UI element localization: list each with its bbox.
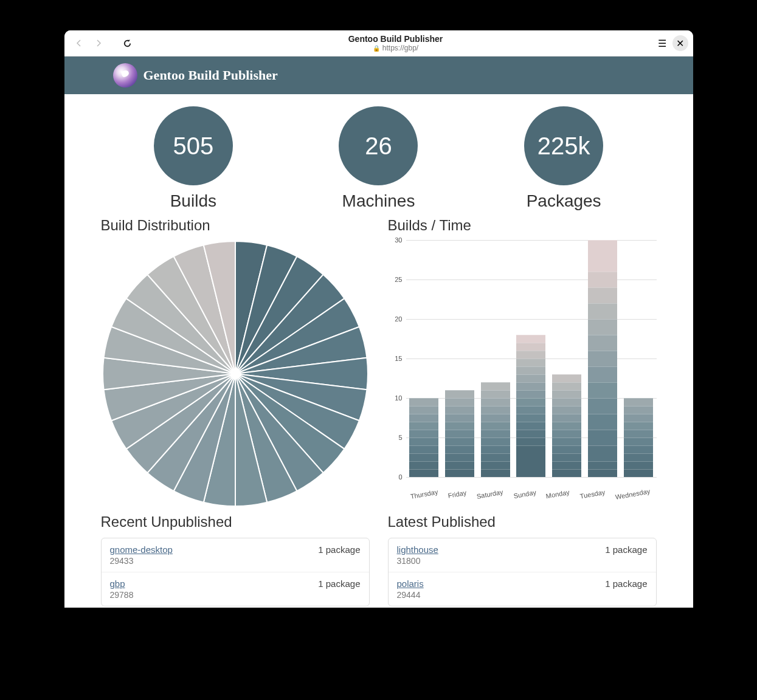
- bar-segment: [552, 422, 581, 430]
- bar-segment: [588, 303, 617, 319]
- bar-segment: [481, 469, 510, 477]
- chart-title: Build Distribution: [101, 217, 370, 234]
- bar-group[interactable]: [552, 374, 581, 477]
- reload-button[interactable]: [120, 36, 135, 50]
- bar-segment: [588, 414, 617, 430]
- bar-segment: [588, 366, 617, 382]
- bar-group[interactable]: [516, 335, 545, 477]
- url-text: https://gbp/: [382, 44, 418, 52]
- bar-segment: [481, 414, 510, 422]
- bar-segment: [588, 287, 617, 303]
- list-item: lighthouse 31800 1 package: [389, 538, 656, 572]
- title-center: Gentoo Build Publisher 🔒 https://gbp/: [137, 34, 654, 52]
- browser-window: Gentoo Build Publisher 🔒 https://gbp/ ☰ …: [64, 30, 693, 608]
- x-label: Monday: [545, 489, 572, 509]
- menu-button[interactable]: ☰: [654, 35, 670, 51]
- item-link[interactable]: lighthouse: [397, 544, 438, 555]
- bar-segment: [445, 461, 474, 469]
- app-title: Gentoo Build Publisher: [143, 67, 278, 83]
- bar-segment: [445, 414, 474, 422]
- forward-button[interactable]: [91, 36, 106, 50]
- bar-segment: [409, 398, 438, 406]
- bar-segment: [588, 398, 617, 414]
- bar-group[interactable]: [624, 398, 653, 477]
- x-label: Wednesday: [615, 487, 652, 510]
- y-tick: 30: [395, 236, 402, 244]
- y-tick: 10: [395, 394, 402, 402]
- panels-row: Recent Unpublished gnome-desktop 29433 1…: [101, 513, 657, 606]
- bar-group[interactable]: [409, 398, 438, 477]
- recent-unpublished-panel: Recent Unpublished gnome-desktop 29433 1…: [101, 513, 370, 606]
- grid-line: [406, 477, 657, 478]
- stat-packages: 225k Packages: [524, 106, 603, 211]
- bar-segment: [516, 366, 545, 374]
- gentoo-logo-icon: [113, 63, 137, 88]
- bar-segment: [516, 343, 545, 351]
- item-link[interactable]: gnome-desktop: [110, 544, 173, 555]
- y-tick: 5: [398, 434, 402, 441]
- url-bar: 🔒 https://gbp/: [137, 44, 654, 52]
- x-label: Saturday: [476, 488, 505, 509]
- item-count: 1 package: [318, 544, 360, 566]
- bar-segment: [481, 461, 510, 469]
- bar-group[interactable]: [588, 240, 617, 477]
- item-count: 1 package: [605, 578, 647, 600]
- close-button[interactable]: ✕: [672, 35, 688, 51]
- bar-segment: [516, 422, 545, 430]
- page-title: Gentoo Build Publisher: [137, 34, 654, 44]
- back-button[interactable]: [72, 36, 86, 50]
- item-count: 1 package: [605, 544, 647, 566]
- stat-machines: 26 Machines: [339, 106, 418, 211]
- item-id: 31800: [397, 556, 438, 566]
- y-tick: 0: [398, 473, 402, 481]
- bar-segment: [445, 437, 474, 445]
- y-tick: 15: [395, 355, 402, 362]
- bar-segment: [481, 398, 510, 406]
- bar-segment: [588, 272, 617, 287]
- item-id: 29433: [110, 556, 173, 566]
- browser-titlebar: Gentoo Build Publisher 🔒 https://gbp/ ☰ …: [64, 30, 693, 57]
- bar-segment: [445, 406, 474, 414]
- x-label: Thursday: [410, 488, 440, 510]
- stat-label: Builds: [154, 191, 233, 211]
- bar-segment: [516, 390, 545, 398]
- bar-segment: [445, 398, 474, 406]
- bar-segment: [445, 422, 474, 430]
- content-area: 505 Builds 26 Machines 225k Packages Bui…: [64, 94, 693, 608]
- bar-segment: [516, 351, 545, 359]
- y-tick: 20: [395, 315, 402, 323]
- bar-segment: [445, 445, 474, 453]
- stat-circle: 505: [154, 106, 233, 185]
- item-link[interactable]: polaris: [397, 578, 424, 589]
- panel-title: Recent Unpublished: [101, 513, 370, 530]
- item-count: 1 package: [318, 578, 360, 600]
- stat-value: 505: [173, 132, 213, 160]
- bar-segment: [445, 430, 474, 437]
- bar-segment: [552, 453, 581, 461]
- stat-circle: 225k: [524, 106, 603, 185]
- bar-segment: [552, 445, 581, 453]
- bar-group[interactable]: [445, 390, 474, 477]
- stats-row: 505 Builds 26 Machines 225k Packages: [101, 106, 657, 211]
- bar-segment: [552, 461, 581, 469]
- bar-segment: [409, 414, 438, 422]
- bar-segment: [516, 414, 545, 422]
- bar-segment: [552, 414, 581, 422]
- panel-list: lighthouse 31800 1 package polaris 29444…: [388, 538, 657, 606]
- bar-segment: [481, 445, 510, 453]
- bar-segment: [624, 437, 653, 445]
- stat-builds: 505 Builds: [154, 106, 233, 211]
- lock-icon: 🔒: [373, 45, 380, 52]
- bar-group[interactable]: [481, 382, 510, 477]
- item-link[interactable]: gbp: [110, 578, 134, 589]
- bar-segment: [588, 335, 617, 351]
- bar-segment: [624, 461, 653, 469]
- item-id: 29788: [110, 590, 134, 600]
- stat-value: 225k: [538, 132, 590, 160]
- bar-segment: [445, 469, 474, 477]
- bar-segment: [481, 390, 510, 398]
- bar-segment: [516, 382, 545, 390]
- bar-segment: [588, 469, 617, 477]
- panel-list: gnome-desktop 29433 1 package gbp 29788 …: [101, 538, 370, 606]
- bar-segment: [552, 406, 581, 414]
